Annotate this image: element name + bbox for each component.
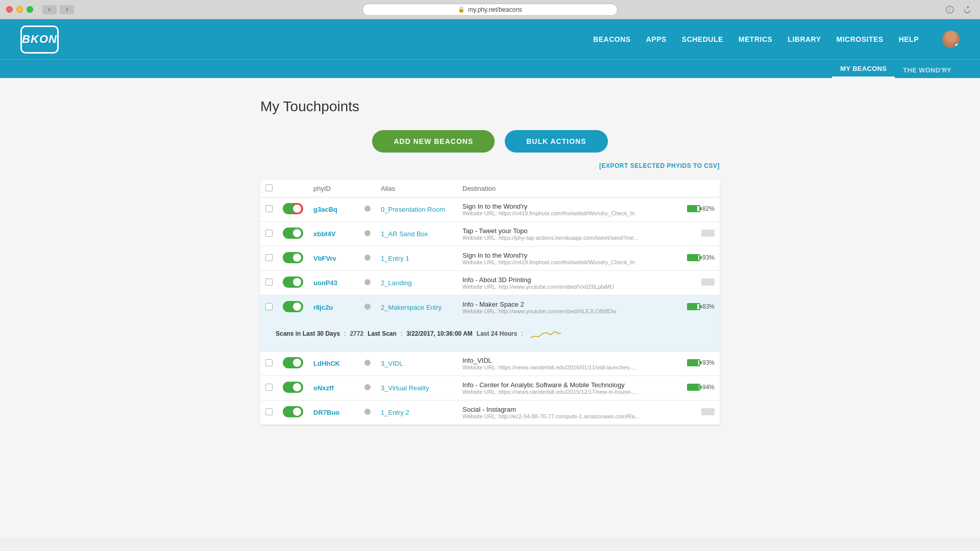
beacon-phyid[interactable]: xbbf4V [308, 222, 359, 246]
dest-url: Website URL: https://n419.fmphost.com/fm… [462, 259, 674, 265]
battery-bar [687, 205, 700, 212]
row-toggle-cell [278, 222, 308, 246]
battery-percent: 93% [702, 359, 715, 366]
beacon-alias[interactable]: 2_Landing [376, 271, 457, 295]
user-avatar[interactable]: ✱ [942, 31, 960, 48]
nav-links: BEACONS APPS SCHEDULE METRICS LIBRARY MI… [593, 31, 960, 48]
browser-forward-button[interactable] [60, 5, 74, 14]
signal-dot [364, 279, 371, 285]
nav-main-bar: BKON BEACONS APPS SCHEDULE METRICS LIBRA… [0, 19, 980, 59]
beacon-toggle[interactable] [283, 301, 303, 312]
beacon-alias[interactable]: 0_Presentation Room [376, 197, 457, 222]
th-signal [359, 180, 376, 197]
browser-nav-controls [42, 5, 74, 14]
row-checkbox[interactable] [265, 303, 273, 310]
beacon-alias[interactable]: 3_Virtual Reality [376, 376, 457, 400]
browser-refresh-button[interactable] [961, 5, 974, 14]
scans-label: Scans in Last 30 Days [276, 330, 340, 337]
row-checkbox[interactable] [265, 230, 273, 237]
row-checkbox[interactable] [265, 359, 273, 366]
th-phyid: phyID [308, 180, 359, 197]
beacon-toggle[interactable] [283, 406, 303, 417]
browser-url-bar[interactable]: 🔒 my.phy.net/beacons [362, 4, 618, 16]
nav-library[interactable]: LIBRARY [788, 35, 821, 43]
scans-count: 2772 [350, 330, 363, 337]
nav-apps[interactable]: APPS [646, 35, 667, 43]
dest-name: Social - Instagram [462, 406, 674, 413]
battery-cell [679, 400, 720, 425]
signal-dot [364, 255, 371, 261]
browser-info-button[interactable]: i [943, 5, 957, 14]
beacon-toggle[interactable] [283, 228, 303, 239]
beacon-alias[interactable]: 1_Entry 1 [376, 246, 457, 271]
maximize-window-button[interactable] [27, 6, 33, 13]
battery-cell: 82% [679, 197, 720, 222]
battery-percent: 83% [702, 303, 715, 310]
row-checkbox[interactable] [265, 254, 273, 261]
row-checkbox[interactable] [265, 205, 273, 212]
row-checkbox[interactable] [265, 279, 273, 286]
signal-cell [359, 400, 376, 425]
subnav-my-beacons[interactable]: MY BEACONS [832, 61, 895, 78]
th-toggle [278, 180, 308, 197]
nav-microsites[interactable]: MICROSITES [837, 35, 884, 43]
table-row: xbbf4V 1_AR Sand Box Tap - Tweet your To… [260, 222, 720, 246]
beacon-toggle[interactable] [283, 357, 303, 368]
table-row: g3acBq 0_Presentation Room Sign In to th… [260, 197, 720, 222]
close-window-button[interactable] [6, 6, 13, 13]
battery-percent: 94% [702, 384, 715, 391]
nav-metrics[interactable]: METRICS [739, 35, 773, 43]
subnav-the-wondry[interactable]: THE WOND'RY [895, 62, 960, 78]
beacon-phyid[interactable]: g3acBq [308, 197, 359, 222]
bulk-actions-button[interactable]: BULK ACTIONS [505, 130, 607, 153]
last-scan-value: 3/22/2017, 10:36:00 AM [406, 330, 473, 337]
select-all-checkbox[interactable] [265, 184, 273, 191]
beacon-toggle[interactable] [283, 252, 303, 263]
beacon-table: phyID Alias Destination g3acBq [260, 180, 720, 425]
signal-cell [359, 376, 376, 400]
signal-dot [364, 206, 371, 212]
beacon-phyid[interactable]: oNxzff [308, 376, 359, 400]
export-csv-link[interactable]: [EXPORT SELECTED PHYIDS TO CSV] [599, 162, 720, 169]
beacon-alias[interactable]: 2_Makerspace Entry [376, 295, 457, 320]
dest-url: Website URL: http://ec2-54-88-70-77.comp… [462, 413, 674, 419]
minimize-window-button[interactable] [16, 6, 23, 13]
battery-cell [679, 222, 720, 246]
add-new-beacons-button[interactable]: ADD NEW BEACONS [372, 130, 495, 153]
beacon-toggle[interactable] [283, 203, 303, 214]
beacon-toggle[interactable] [283, 277, 303, 288]
beacon-alias[interactable]: 1_Entry 2 [376, 400, 457, 425]
content-wrapper: My Touchpoints ADD NEW BEACONS BULK ACTI… [0, 78, 980, 537]
signal-cell [359, 197, 376, 222]
th-checkbox [260, 180, 278, 197]
signal-cell [359, 295, 376, 320]
browser-back-button[interactable] [42, 5, 57, 14]
expanded-detail-cell: Scans in Last 30 Days: 2772 Last Scan: 3… [260, 319, 720, 352]
beacon-phyid[interactable]: VbFVrv [308, 246, 359, 271]
battery-percent: 82% [702, 205, 715, 212]
signal-cell [359, 222, 376, 246]
bkon-logo[interactable]: BKON [20, 26, 59, 54]
battery-unknown [701, 408, 715, 415]
beacon-phyid[interactable]: uonP43 [308, 271, 359, 295]
mac-titlebar: 🔒 my.phy.net/beacons i [0, 0, 980, 19]
battery-indicator: 94% [687, 384, 715, 391]
beacon-alias[interactable]: 3_VIDL [376, 352, 457, 376]
beacon-phyid[interactable]: LdHhCK [308, 352, 359, 376]
battery-cell: 94% [679, 376, 720, 400]
beacon-phyid[interactable]: r8jc2u [308, 295, 359, 320]
dest-url: Website URL: http://www.youtube.com/embe… [462, 308, 674, 314]
nav-beacons[interactable]: BEACONS [593, 35, 631, 43]
table-row: r8jc2u 2_Makerspace Entry Info - Maker S… [260, 295, 720, 320]
dest-name: Tap - Tweet your Topo [462, 227, 674, 235]
nav-help[interactable]: HELP [899, 35, 919, 43]
nav-schedule[interactable]: SCHEDULE [682, 35, 723, 43]
row-checkbox[interactable] [265, 408, 273, 415]
beacon-destination: Sign In to the Wond'ry Website URL: http… [457, 197, 679, 222]
beacon-phyid[interactable]: DR7Buo [308, 400, 359, 425]
row-checkbox[interactable] [265, 384, 273, 391]
last-scan-label: Last Scan [368, 330, 397, 337]
beacon-alias[interactable]: 1_AR Sand Box [376, 222, 457, 246]
beacon-destination: Info - Maker Space 2 Website URL: http:/… [457, 295, 679, 320]
beacon-toggle[interactable] [283, 382, 303, 393]
